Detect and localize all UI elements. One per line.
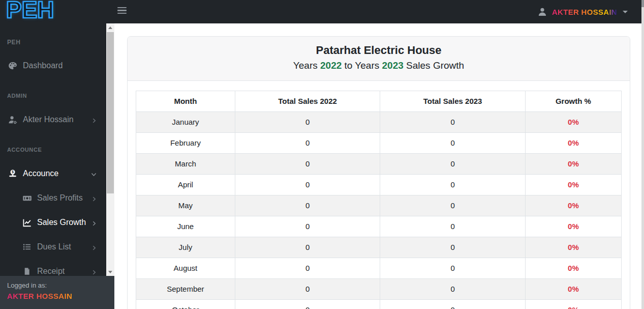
chevron-down-icon xyxy=(90,171,97,180)
cell-month: July xyxy=(136,237,235,258)
header-growth: Growth % xyxy=(525,91,621,112)
chevron-right-icon xyxy=(91,117,97,126)
cell-growth: 0% xyxy=(525,133,621,154)
sidebar-item-dues-list[interactable]: Dues List xyxy=(0,240,106,254)
cell-total-sales-2022: 0 xyxy=(235,133,380,154)
cell-month: March xyxy=(136,154,235,175)
cell-growth: 0% xyxy=(525,300,621,309)
window-scrollbar[interactable] xyxy=(641,0,644,309)
cell-total-sales-2022: 0 xyxy=(235,112,380,133)
sidebar-brand-label: PEH xyxy=(7,39,20,46)
page-title: Patarhat Electric House xyxy=(133,43,625,58)
header-total-sales-2022: Total Sales 2022 xyxy=(235,91,380,112)
sidebar-item-label: Akter Hossain xyxy=(23,115,74,124)
cell-total-sales-2022: 0 xyxy=(235,300,380,309)
cell-growth: 0% xyxy=(525,112,621,133)
year-to: 2023 xyxy=(382,60,404,71)
header-month: Month xyxy=(136,91,235,112)
cell-total-sales-2023: 0 xyxy=(380,258,526,279)
table-row: May000% xyxy=(136,195,622,216)
sidebar-item-dashboard[interactable]: Dashboard xyxy=(0,59,106,72)
table-row: April000% xyxy=(136,175,622,195)
cell-growth: 0% xyxy=(525,237,621,258)
cell-total-sales-2023: 0 xyxy=(380,195,526,216)
sidebar-item-label: Sales Profits xyxy=(37,193,83,203)
card-header: Patarhat Electric House Years 2022 to Ye… xyxy=(128,37,630,81)
sidebar-item-sales-profits[interactable]: Sales Profits xyxy=(0,191,106,205)
list-icon xyxy=(21,242,33,251)
sidebar-scrollbar[interactable] xyxy=(106,23,114,276)
svg-text:$: $ xyxy=(12,170,14,174)
sales-growth-table: Month Total Sales 2022 Total Sales 2023 … xyxy=(136,91,622,309)
cell-total-sales-2023: 0 xyxy=(380,216,526,237)
cell-month: May xyxy=(136,195,235,216)
app-logo[interactable]: PEH xyxy=(6,0,54,23)
logged-in-as-label: Logged in as: xyxy=(7,282,114,289)
sidebar: PEH Dashboard ADMIN Akter Hossain ACCOUN… xyxy=(0,23,106,309)
sidebar-item-label: Receipt xyxy=(37,267,65,276)
chevron-right-icon xyxy=(91,244,97,253)
cell-growth: 0% xyxy=(525,258,621,279)
hamburger-menu-icon[interactable] xyxy=(117,7,127,14)
sidebar-item-accounce[interactable]: $ Accounce xyxy=(0,167,106,180)
cell-total-sales-2022: 0 xyxy=(235,279,380,300)
year-from: 2022 xyxy=(320,60,342,71)
footer-user-name: AKTER HOSSAIN xyxy=(7,292,114,300)
user-dropdown[interactable]: AKTER HOSSAIN xyxy=(537,0,628,23)
cell-total-sales-2022: 0 xyxy=(235,195,380,216)
scrollbar-thumb[interactable] xyxy=(107,32,114,193)
palette-icon xyxy=(7,61,18,70)
cell-month: September xyxy=(136,279,235,300)
sidebar-item-label: Sales Growth xyxy=(37,218,86,227)
cell-month: August xyxy=(136,258,235,279)
cell-total-sales-2023: 0 xyxy=(380,175,526,195)
cell-month: June xyxy=(136,216,235,237)
chart-line-icon xyxy=(21,218,33,228)
cell-total-sales-2022: 0 xyxy=(235,216,380,237)
sidebar-item-sales-growth[interactable]: Sales Growth xyxy=(0,216,106,229)
scroll-down-arrow[interactable] xyxy=(106,268,114,276)
sidebar-section-admin: ADMIN xyxy=(7,93,27,101)
sales-growth-card: Patarhat Electric House Years 2022 to Ye… xyxy=(127,36,630,309)
cell-total-sales-2023: 0 xyxy=(380,300,526,309)
cell-growth: 0% xyxy=(525,175,621,195)
sidebar-section-accounce: ACCOUNCE xyxy=(7,147,42,155)
topbar: AKTER HOSSAIN xyxy=(0,0,644,23)
main-content: Patarhat Electric House Years 2022 to Ye… xyxy=(114,23,644,309)
sidebar-item-label: Accounce xyxy=(23,169,58,178)
table-row: February000% xyxy=(136,133,622,154)
caret-down-icon xyxy=(623,11,628,13)
cell-total-sales-2023: 0 xyxy=(380,237,526,258)
cell-month: February xyxy=(136,133,235,154)
scroll-up-arrow[interactable] xyxy=(106,23,114,32)
cell-total-sales-2022: 0 xyxy=(235,154,380,175)
table-row: October000% xyxy=(136,300,622,309)
cell-growth: 0% xyxy=(525,195,621,216)
subtitle-text: to Years xyxy=(342,60,382,71)
cell-growth: 0% xyxy=(525,279,621,300)
cell-growth: 0% xyxy=(525,154,621,175)
cell-growth: 0% xyxy=(525,216,621,237)
topbar-user-name: AKTER HOSSAIN xyxy=(552,8,617,16)
money-bill-icon xyxy=(21,193,33,203)
sidebar-item-akter-hossain[interactable]: Akter Hossain xyxy=(0,113,106,126)
cell-month: October xyxy=(136,300,235,309)
table-header-row: Month Total Sales 2022 Total Sales 2023 … xyxy=(136,91,622,112)
subtitle-text: Years xyxy=(293,60,320,71)
cell-month: January xyxy=(136,112,235,133)
cell-total-sales-2023: 0 xyxy=(380,112,526,133)
user-gear-icon xyxy=(7,115,18,125)
table-row: July000% xyxy=(136,237,622,258)
chevron-right-icon xyxy=(91,195,97,204)
header-total-sales-2023: Total Sales 2023 xyxy=(380,91,526,112)
receipt-icon xyxy=(21,267,33,276)
table-row: September000% xyxy=(136,279,622,300)
cell-total-sales-2023: 0 xyxy=(380,279,526,300)
cell-month: April xyxy=(136,175,235,195)
chevron-right-icon xyxy=(91,219,97,229)
sidebar-footer: Logged in as: AKTER HOSSAIN xyxy=(0,276,114,309)
table-row: January000% xyxy=(136,112,622,133)
cell-total-sales-2022: 0 xyxy=(235,258,380,279)
cell-total-sales-2022: 0 xyxy=(235,175,380,195)
sales-table-body: January000%February000%March000%April000… xyxy=(136,112,622,309)
